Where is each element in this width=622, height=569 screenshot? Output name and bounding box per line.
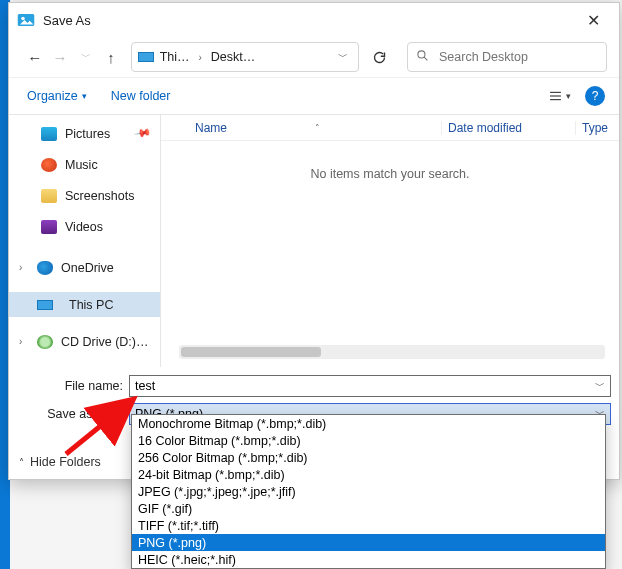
filetype-option[interactable]: 256 Color Bitmap (*.bmp;*.dib) — [132, 449, 605, 466]
tree-item-videos[interactable]: Videos — [9, 214, 160, 239]
chevron-down-icon[interactable]: ﹀ — [328, 50, 358, 64]
music-icon — [41, 158, 57, 172]
tree-item-screenshots[interactable]: Screenshots — [9, 183, 160, 208]
toolbar: Organize▾ New folder ▾ ? — [9, 77, 619, 115]
help-button[interactable]: ? — [585, 86, 605, 106]
save-as-dialog: Save As ✕ ← → ﹀ ↑ Thi… › Deskt… ﹀ Organi… — [8, 2, 620, 480]
close-button[interactable]: ✕ — [573, 6, 613, 34]
nav-tree: Pictures📌 Music Screenshots Videos ›OneD… — [9, 115, 161, 367]
chevron-up-icon: ˄ — [19, 457, 24, 468]
saveastype-label: Save as type: — [17, 407, 129, 421]
back-button[interactable]: ← — [25, 44, 44, 70]
sort-indicator-icon: ˄ — [315, 123, 320, 133]
column-date[interactable]: Date modified — [441, 121, 575, 135]
tree-item-cddrive[interactable]: ›CD Drive (D:) CCOMA_X64FRE_EN-US_DV9 — [9, 329, 160, 354]
onedrive-icon — [37, 261, 53, 275]
search-icon — [416, 49, 429, 65]
tree-item-music[interactable]: Music — [9, 152, 160, 177]
crumb-root: Thi… — [160, 50, 190, 64]
new-folder-button[interactable]: New folder — [111, 89, 171, 103]
filetype-dropdown: Monochrome Bitmap (*.bmp;*.dib) 16 Color… — [131, 414, 606, 569]
column-type[interactable]: Type — [575, 121, 619, 135]
svg-point-2 — [418, 51, 425, 58]
filetype-option[interactable]: TIFF (*.tif;*.tiff) — [132, 517, 605, 534]
videos-icon — [41, 220, 57, 234]
filename-input[interactable]: test﹀ — [129, 375, 611, 397]
empty-message: No items match your search. — [161, 141, 619, 181]
recent-dropdown[interactable]: ﹀ — [76, 44, 95, 70]
column-name[interactable]: Name˄ — [161, 121, 441, 135]
svg-point-1 — [21, 17, 24, 20]
search-box[interactable] — [407, 42, 607, 72]
filetype-option-selected[interactable]: PNG (*.png) — [132, 534, 605, 551]
up-button[interactable]: ↑ — [101, 44, 120, 70]
view-button[interactable]: ▾ — [548, 90, 571, 102]
app-icon — [17, 11, 35, 29]
filename-label: File name: — [17, 379, 129, 393]
list-header: Name˄ Date modified Type — [161, 115, 619, 141]
tree-item-thispc[interactable]: This PC — [9, 292, 160, 317]
nav-row: ← → ﹀ ↑ Thi… › Deskt… ﹀ — [9, 37, 619, 77]
refresh-icon — [372, 50, 387, 65]
filetype-option[interactable]: 16 Color Bitmap (*.bmp;*.dib) — [132, 432, 605, 449]
crumb-leaf: Deskt… — [211, 50, 255, 64]
list-icon — [548, 90, 563, 102]
chevron-right-icon: › — [196, 52, 205, 63]
search-input[interactable] — [437, 49, 598, 65]
pin-icon: 📌 — [134, 124, 153, 143]
scrollbar-thumb[interactable] — [181, 347, 321, 357]
folder-icon — [41, 189, 57, 203]
breadcrumb[interactable]: Thi… › Deskt… ﹀ — [131, 42, 359, 72]
refresh-button[interactable] — [369, 42, 391, 72]
pc-icon — [138, 52, 154, 62]
chevron-right-icon[interactable]: › — [19, 262, 22, 273]
titlebar: Save As ✕ — [9, 3, 619, 37]
hide-folders-button[interactable]: ˄ Hide Folders — [19, 455, 101, 469]
pc-icon — [37, 300, 53, 310]
window-title: Save As — [43, 13, 573, 28]
forward-button[interactable]: → — [50, 44, 69, 70]
svg-line-3 — [424, 57, 427, 60]
organize-button[interactable]: Organize▾ — [27, 89, 87, 103]
filetype-option[interactable]: HEIC (*.heic;*.hif) — [132, 551, 605, 568]
file-list: Name˄ Date modified Type No items match … — [161, 115, 619, 367]
cd-icon — [37, 335, 53, 349]
filetype-option[interactable]: Monochrome Bitmap (*.bmp;*.dib) — [132, 415, 605, 432]
filetype-option[interactable]: 24-bit Bitmap (*.bmp;*.dib) — [132, 466, 605, 483]
tree-item-onedrive[interactable]: ›OneDrive — [9, 255, 160, 280]
pictures-icon — [41, 127, 57, 141]
tree-item-pictures[interactable]: Pictures📌 — [9, 121, 160, 146]
chevron-down-icon[interactable]: ﹀ — [595, 379, 605, 393]
filetype-option[interactable]: GIF (*.gif) — [132, 500, 605, 517]
filetype-option[interactable]: JPEG (*.jpg;*.jpeg;*.jpe;*.jfif) — [132, 483, 605, 500]
chevron-down-icon: ▾ — [82, 91, 87, 101]
horizontal-scrollbar[interactable] — [179, 345, 605, 359]
chevron-right-icon[interactable]: › — [19, 336, 22, 347]
